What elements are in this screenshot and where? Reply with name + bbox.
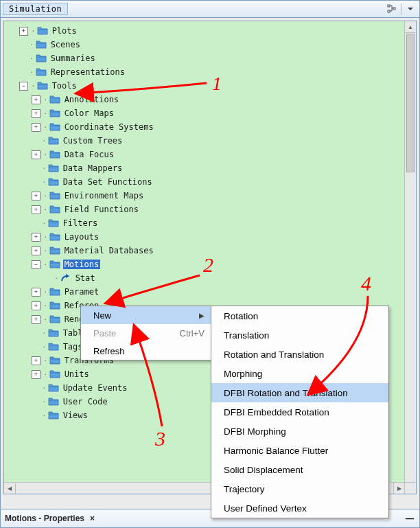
menu-item-harmonic-balance-flutter[interactable]: Harmonic Balance Flutter <box>211 441 388 460</box>
tree-node-data-mappers[interactable]: ·Data Mappers <box>7 161 405 175</box>
menu-item-translation[interactable]: Translation <box>211 325 388 345</box>
scroll-right-icon[interactable]: ▶ <box>393 483 405 494</box>
tree-node-label[interactable]: Views <box>62 411 89 420</box>
menu-item-user-defined-vertex[interactable]: User Defined Vertex <box>211 498 388 518</box>
tree-node-annotations[interactable]: +·Annotations <box>7 93 405 106</box>
menu-item-solid-displacement[interactable]: Solid Displacement <box>211 460 388 479</box>
tree-node-filters[interactable]: ·Filters <box>7 216 405 230</box>
menu-item-dfbi-embedded-rotation[interactable]: DFBI Embedded Rotation <box>211 402 388 422</box>
expand-icon[interactable]: + <box>32 246 40 255</box>
tree-node-label[interactable]: Stat <box>74 273 97 283</box>
menu-item-refresh[interactable]: Refresh <box>81 342 211 360</box>
tree-node-label[interactable]: Material Databases <box>63 246 155 255</box>
tree-node-color-maps[interactable]: +·Color Maps <box>7 106 405 120</box>
menu-item-rotation-and-translation[interactable]: Rotation and Translation <box>211 345 388 364</box>
close-icon[interactable]: × <box>87 514 97 523</box>
tree-node-label[interactable]: Units <box>63 369 91 379</box>
tree-node-stat[interactable]: ·Stat <box>7 271 405 285</box>
collapse-icon[interactable]: − <box>19 82 28 91</box>
expand-icon[interactable]: + <box>32 315 40 324</box>
expand-icon[interactable]: + <box>32 95 40 104</box>
folder-icon <box>49 369 60 379</box>
expand-icon[interactable]: + <box>32 192 40 200</box>
menu-item-morphing[interactable]: Morphing <box>211 364 388 383</box>
tree-node-material-databases[interactable]: +·Material Databases <box>7 244 405 257</box>
tree-node-label[interactable]: Data Set Functions <box>62 177 154 187</box>
tree-node-label[interactable]: Layouts <box>63 232 101 242</box>
folder-icon <box>49 356 60 365</box>
tree-node-representations[interactable]: ·Representations <box>7 65 405 79</box>
scroll-left-icon[interactable]: ◀ <box>4 483 16 494</box>
tree-node-label[interactable]: User Code <box>62 397 109 406</box>
collapse-icon[interactable]: − <box>32 260 40 269</box>
svg-rect-1 <box>388 10 390 12</box>
tree-joint <box>32 343 39 351</box>
minimize-icon[interactable]: — <box>406 514 419 523</box>
tree-node-label[interactable]: Tools <box>51 81 78 91</box>
vertical-scrollbar[interactable]: ▲ ▼ <box>404 21 416 494</box>
folder-icon <box>48 177 59 187</box>
tree-node-tools[interactable]: −·Tools <box>7 79 405 93</box>
context-submenu-new[interactable]: RotationTranslationRotation and Translat… <box>211 306 389 518</box>
title-actions <box>386 3 419 15</box>
expand-icon[interactable]: + <box>32 123 40 132</box>
tree-node-custom-trees[interactable]: ·Custom Trees <box>7 134 405 148</box>
tree-node-layouts[interactable]: +·Layouts <box>7 230 405 244</box>
tree-node-label[interactable]: Plots <box>51 26 78 36</box>
tree-node-label[interactable]: Coordinate Systems <box>63 122 155 132</box>
folder-icon <box>49 246 60 255</box>
tree-node-paramet[interactable]: +·Paramet <box>7 285 405 299</box>
properties-tab[interactable]: Motions - Properties × <box>5 514 97 523</box>
folder-icon <box>36 67 47 77</box>
tree-node-data-focus[interactable]: +·Data Focus <box>7 148 405 161</box>
tree-node-label[interactable]: Environment Maps <box>63 191 145 200</box>
folder-icon <box>48 218 59 228</box>
expand-icon[interactable]: + <box>32 233 40 242</box>
tree-node-label[interactable]: Representations <box>49 67 126 77</box>
menu-item-trajectory[interactable]: Trajectory <box>211 479 388 498</box>
tree-node-plots[interactable]: +·Plots <box>7 24 405 38</box>
tree-node-label[interactable]: Data Mappers <box>62 163 124 173</box>
tree-node-coordinate-systems[interactable]: +·Coordinate Systems <box>7 120 405 134</box>
tree-node-label[interactable]: Annotations <box>63 95 120 104</box>
scroll-thumb[interactable] <box>406 34 415 172</box>
expand-icon[interactable]: + <box>32 356 40 365</box>
expand-icon[interactable]: + <box>32 370 40 379</box>
context-menu[interactable]: New▶PasteCtrl+VRefresh <box>80 306 212 360</box>
tree-node-label[interactable]: Scenes <box>49 40 82 49</box>
menu-item-label: DFBI Rotation and Translation <box>224 388 382 398</box>
tree-node-label[interactable]: Color Maps <box>63 108 115 118</box>
tree-node-label[interactable]: Custom Trees <box>62 136 124 146</box>
tree-node-label[interactable]: Summaries <box>49 54 97 63</box>
expand-icon[interactable]: + <box>32 205 40 214</box>
app-window: Simulation +·Plots·Scenes·Summaries·Repr… <box>0 0 420 528</box>
menu-item-new[interactable]: New▶ <box>81 306 211 324</box>
tree-node-field-functions[interactable]: +·Field Functions <box>7 203 405 216</box>
dropdown-icon[interactable] <box>404 3 417 15</box>
menu-item-rotation[interactable]: Rotation <box>211 306 388 325</box>
tree-node-motions[interactable]: −·Motions <box>7 257 405 271</box>
tree-node-label[interactable]: Update Events <box>62 383 129 393</box>
expand-icon[interactable]: + <box>32 288 40 297</box>
tree-node-environment-maps[interactable]: +·Environment Maps <box>7 189 405 203</box>
tree-node-label[interactable]: Field Functions <box>63 205 140 214</box>
tree-node-label[interactable]: Filters <box>62 218 100 228</box>
tree-joint <box>32 165 39 172</box>
menu-item-label: DFBI Morphing <box>224 426 382 437</box>
folder-icon <box>49 205 60 214</box>
expand-icon[interactable]: + <box>19 27 28 36</box>
tree-joint <box>32 398 39 406</box>
menu-item-dfbi-morphing[interactable]: DFBI Morphing <box>211 422 388 441</box>
scroll-up-icon[interactable]: ▲ <box>405 21 416 33</box>
expand-icon[interactable]: + <box>32 150 40 159</box>
tree-node-summaries[interactable]: ·Summaries <box>7 51 405 65</box>
expand-icon[interactable]: + <box>32 109 40 118</box>
tree-node-data-set-functions[interactable]: ·Data Set Functions <box>7 175 405 189</box>
tree-node-label[interactable]: Motions <box>63 260 101 269</box>
tree-node-label[interactable]: Data Focus <box>63 150 115 159</box>
menu-item-dfbi-rotation-and-translation[interactable]: DFBI Rotation and Translation <box>211 383 388 402</box>
tree-node-scenes[interactable]: ·Scenes <box>7 38 405 51</box>
tree-view-mode-icon[interactable] <box>386 3 398 15</box>
tree-node-label[interactable]: Paramet <box>63 287 101 297</box>
expand-icon[interactable]: + <box>32 301 40 310</box>
